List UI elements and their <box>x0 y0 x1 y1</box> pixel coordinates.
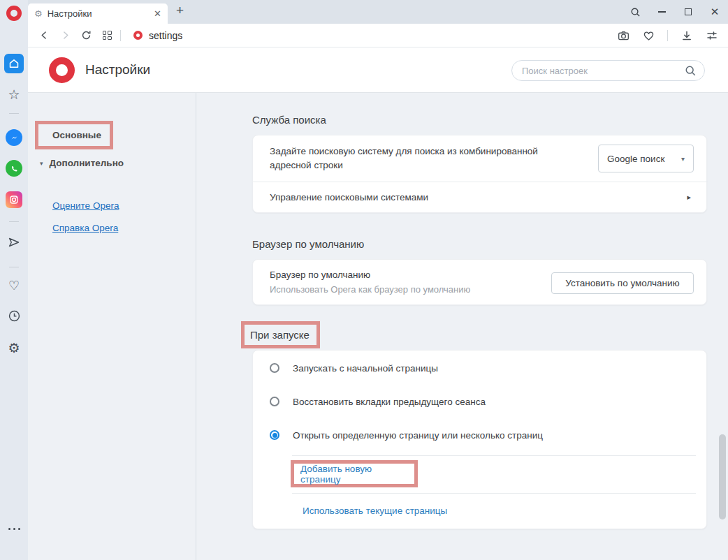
sidebar-overflow-icon[interactable] <box>0 528 28 530</box>
history-clock-icon[interactable] <box>0 309 28 323</box>
annotation-box-basic: Основные <box>35 121 113 149</box>
snapshot-camera-icon[interactable] <box>614 30 632 42</box>
settings-search-input[interactable] <box>522 61 672 80</box>
radio-unselected-icon[interactable] <box>270 363 279 373</box>
use-current-pages-link[interactable]: Использовать текущие страницы <box>303 506 447 516</box>
forward-button[interactable] <box>54 31 75 40</box>
section-heading-default-browser: Браузер по умолчанию <box>252 238 364 250</box>
set-engine-text: Задайте поисковую систему для поиска из … <box>270 145 577 172</box>
startup-option-start-page[interactable]: Запускать с начальной страницы <box>270 359 438 377</box>
nav-item-basic[interactable]: Основные <box>52 130 101 140</box>
startup-card: Запускать с начальной страницы Восстанов… <box>252 350 707 529</box>
chevron-right-icon: ▸ <box>687 193 691 202</box>
radio-unselected-icon[interactable] <box>270 397 279 406</box>
reload-button[interactable] <box>75 30 96 40</box>
default-browser-row-title: Браузер по умолчанию <box>270 270 370 280</box>
rate-opera-link[interactable]: Оцените Opera <box>52 200 119 211</box>
page-title: Настройки <box>85 62 150 78</box>
opera-settings-logo-icon <box>49 57 75 83</box>
tab-search-icon[interactable] <box>622 7 648 17</box>
speed-dial-grid-icon[interactable] <box>96 31 117 40</box>
startup-option-restore-tabs[interactable]: Восстановить вкладки предыдущего сеанса <box>270 392 486 411</box>
home-icon <box>4 54 24 73</box>
search-service-card: Задайте поисковую систему для поиска из … <box>252 135 707 213</box>
default-browser-row-subtitle: Использовать Opera как браузер по умолча… <box>270 284 470 295</box>
messenger-icon[interactable] <box>0 129 28 146</box>
section-heading-search-service: Служба поиска <box>252 114 326 126</box>
toolbar-divider <box>120 30 121 41</box>
startup-option-open-specific[interactable]: Открыть определенную страницу или нескол… <box>270 426 543 444</box>
downloads-icon[interactable] <box>678 30 696 41</box>
sidebar-divider <box>9 221 19 222</box>
tab-close-icon[interactable]: ✕ <box>154 8 161 19</box>
search-icon <box>685 65 697 77</box>
manage-search-engines-row[interactable]: Управление поисковыми системами ▸ <box>270 182 691 213</box>
address-bar: settings <box>28 24 728 47</box>
easy-setup-sliders-icon[interactable] <box>703 30 721 41</box>
annotation-box-startup: При запуске <box>241 321 320 348</box>
settings-body: Основные ▾ Дополнительно Оцените Opera С… <box>28 93 728 560</box>
toolbar-divider <box>667 30 668 41</box>
bookmarks-star-icon[interactable]: ☆ <box>0 87 28 103</box>
caret-down-icon: ▾ <box>681 155 685 163</box>
new-tab-button[interactable]: + <box>176 3 184 18</box>
default-browser-card: Браузер по умолчанию Использовать Opera … <box>252 259 707 305</box>
bookmark-heart-icon[interactable] <box>639 30 657 42</box>
sidebar-divider <box>9 113 19 114</box>
card-divider <box>292 455 696 456</box>
triangle-down-icon: ▾ <box>40 160 43 167</box>
opera-logo-icon <box>6 6 22 21</box>
app-sidebar: ☆ ♡ ⚙ <box>0 0 28 560</box>
instagram-icon[interactable] <box>0 191 28 208</box>
tab-gear-favicon: ⚙ <box>34 9 43 18</box>
radio-selected-icon[interactable] <box>270 430 279 440</box>
settings-nav: Основные ▾ Дополнительно Оцените Opera С… <box>28 93 196 560</box>
set-default-button[interactable]: Установить по умолчанию <box>551 272 694 294</box>
personal-news-heart-icon[interactable]: ♡ <box>0 278 28 293</box>
annotation-box-add-page: Добавить новую страницу <box>291 460 418 487</box>
section-heading-startup: При запуске <box>250 329 310 341</box>
sidebar-divider <box>9 267 19 267</box>
search-engine-value: Google поиск <box>607 154 681 164</box>
help-opera-link[interactable]: Справка Opera <box>52 223 118 233</box>
nav-item-advanced[interactable]: ▾ Дополнительно <box>40 158 124 168</box>
scrollbar-thumb[interactable] <box>719 434 726 520</box>
opera-url-badge-icon <box>133 31 143 40</box>
add-new-page-link[interactable]: Добавить новую страницу <box>300 464 414 485</box>
tab-title: Настройки <box>48 8 149 19</box>
window-minimize-button[interactable] <box>648 11 675 13</box>
send-to-device-icon[interactable] <box>0 236 28 249</box>
whatsapp-icon[interactable] <box>0 160 28 177</box>
tab-bar: ⚙ Настройки ✕ + ✕ <box>28 0 728 24</box>
card-divider <box>292 493 696 494</box>
settings-gear-icon[interactable]: ⚙ <box>0 340 28 356</box>
window-close-button[interactable]: ✕ <box>701 6 728 18</box>
settings-header: Настройки <box>28 47 728 93</box>
search-engine-dropdown[interactable]: Google поиск ▾ <box>598 145 694 172</box>
tab-settings[interactable]: ⚙ Настройки ✕ <box>28 3 168 24</box>
home-speed-dial-button[interactable] <box>0 54 28 73</box>
window-maximize-button[interactable] <box>675 8 701 15</box>
settings-search-box[interactable] <box>511 60 705 81</box>
url-field[interactable]: settings <box>149 30 182 41</box>
back-button[interactable] <box>34 31 54 40</box>
